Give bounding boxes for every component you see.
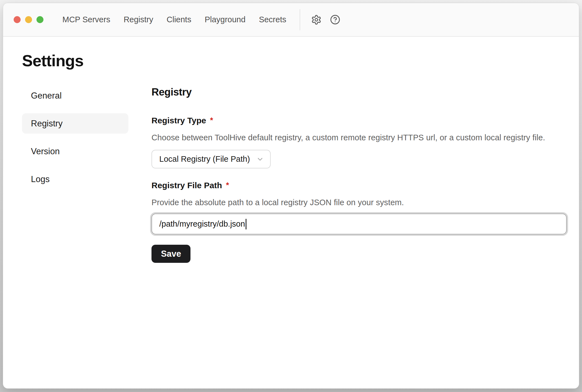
chevron-down-icon: [256, 155, 264, 163]
registry-file-path-description: Provide the absolute path to a local reg…: [151, 198, 567, 207]
panel-title: Registry: [151, 86, 567, 98]
minimize-window-button[interactable]: [25, 16, 32, 23]
registry-type-description: Choose between ToolHive default registry…: [151, 133, 567, 142]
registry-type-select[interactable]: Local Registry (File Path): [151, 150, 271, 168]
registry-file-path-label: Registry File Path *: [151, 181, 567, 190]
registry-file-path-label-text: Registry File Path: [151, 181, 222, 190]
settings-sidebar: General Registry Version Logs: [22, 85, 128, 263]
help-button[interactable]: [327, 12, 343, 28]
app-window: MCP Servers Registry Clients Playground …: [3, 3, 579, 389]
text-cursor: [246, 219, 246, 229]
required-asterisk: *: [226, 181, 229, 190]
registry-file-path-input[interactable]: /path/myregistry/db.json: [151, 214, 567, 234]
required-asterisk: *: [210, 116, 213, 125]
page-title: Settings: [22, 51, 563, 70]
help-icon: [330, 14, 340, 25]
settings-gear-icon: [311, 14, 322, 25]
close-window-button[interactable]: [14, 16, 21, 23]
sidebar-item-general[interactable]: General: [22, 85, 128, 106]
sidebar-item-logs[interactable]: Logs: [22, 169, 128, 189]
registry-type-label: Registry Type *: [151, 116, 567, 125]
nav-item-playground[interactable]: Playground: [205, 15, 246, 24]
save-button[interactable]: Save: [151, 245, 190, 263]
sidebar-item-version[interactable]: Version: [22, 141, 128, 161]
titlebar: MCP Servers Registry Clients Playground …: [3, 3, 579, 37]
registry-type-label-text: Registry Type: [151, 116, 206, 125]
main-nav: MCP Servers Registry Clients Playground …: [62, 15, 286, 24]
nav-item-mcp-servers[interactable]: MCP Servers: [62, 15, 110, 24]
settings-button[interactable]: [309, 12, 324, 28]
sidebar-item-registry[interactable]: Registry: [22, 113, 128, 134]
nav-item-secrets[interactable]: Secrets: [259, 15, 286, 24]
titlebar-divider: [300, 9, 300, 30]
zoom-window-button[interactable]: [36, 16, 43, 23]
registry-settings-panel: Registry Registry Type * Choose between …: [128, 85, 567, 263]
registry-type-selected-option: Local Registry (File Path): [159, 155, 250, 164]
traffic-lights: [14, 16, 43, 23]
registry-file-path-value: /path/myregistry/db.json: [159, 219, 245, 229]
nav-item-registry[interactable]: Registry: [124, 15, 153, 24]
nav-item-clients[interactable]: Clients: [167, 15, 191, 24]
settings-page: Settings General Registry Version Logs R…: [3, 37, 579, 388]
